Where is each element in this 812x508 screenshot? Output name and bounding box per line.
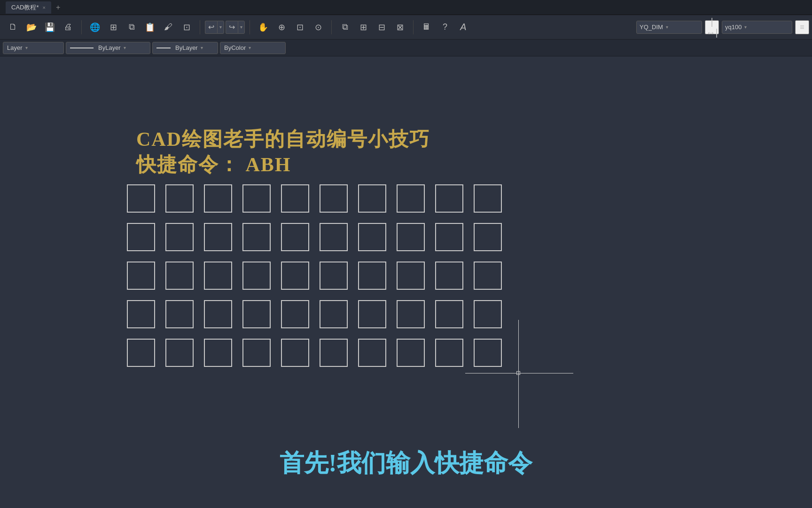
save-button[interactable]: 💾	[41, 19, 58, 36]
ydim-dropdown[interactable]: YQ_DIM ▾	[636, 21, 702, 34]
square-1-6	[320, 184, 348, 213]
paste-button[interactable]: 📋	[141, 19, 158, 36]
undo-main[interactable]: ↩	[205, 21, 217, 34]
square-2-7	[358, 223, 386, 251]
square-3-1	[127, 262, 155, 290]
fields-button[interactable]: ⊞	[105, 19, 122, 36]
color-label: ByColor	[224, 44, 246, 51]
layer-label: Layer	[7, 44, 23, 51]
text-style-button[interactable]: A	[455, 19, 472, 36]
yq100-arrow: ▾	[744, 24, 747, 30]
separator-3	[250, 20, 250, 34]
copy-button[interactable]: ⧉	[123, 19, 140, 36]
square-2-2	[165, 223, 194, 251]
square-5-6	[320, 339, 348, 367]
crosshair-button[interactable]: ⊕	[273, 19, 290, 36]
square-5-5	[281, 339, 309, 367]
layer-mgr-button[interactable]: ⊞	[355, 19, 372, 36]
separator-4	[331, 20, 332, 34]
layer-states-button[interactable]: ⊠	[391, 19, 408, 36]
zoom-window-button[interactable]: ⊡	[291, 19, 308, 36]
calc-button[interactable]: 🖩	[418, 19, 435, 36]
web-group: 🌐 ⊞ ⧉ 📋 🖌 ⊡	[85, 19, 197, 36]
lineweight-line-preview	[156, 48, 171, 48]
bottom-instruction-text: 首先!我们输入快捷命令	[0, 447, 812, 480]
view-tools-group: ✋ ⊕ ⊡ ⊙	[253, 19, 328, 36]
toolbar-right: YQ_DIM ▾ |↔| yq100 ▾ ≡	[636, 20, 809, 34]
web-button[interactable]: 🌐	[86, 19, 103, 36]
crosshair-center-dot	[516, 371, 520, 375]
lineweight-dropdown[interactable]: ByLayer ▾	[152, 42, 218, 54]
separator-5	[413, 20, 414, 34]
square-2-3	[204, 223, 232, 251]
title-bar: CAD教程* × +	[0, 0, 812, 15]
square-1-10	[474, 184, 502, 213]
square-1-8	[397, 184, 425, 213]
zoom-obj-button[interactable]: ⊙	[310, 19, 327, 36]
open-button[interactable]: 📂	[23, 19, 40, 36]
help-button[interactable]: ?	[437, 19, 453, 36]
print-button[interactable]: 🖨	[60, 19, 77, 36]
linetype-line-preview	[70, 48, 94, 48]
active-tab[interactable]: CAD教程* ×	[6, 1, 51, 14]
linetype-dropdown[interactable]: ByLayer ▾	[66, 42, 150, 54]
lineweight-label: ByLayer	[175, 44, 198, 51]
layer-prev-button[interactable]: ⧉	[336, 19, 353, 36]
redo-main[interactable]: ↪	[226, 21, 238, 34]
file-tools-group: 🗋 📂 💾 🖨	[3, 19, 78, 36]
square-4-1	[127, 300, 155, 328]
square-1-4	[242, 184, 271, 213]
redo-split-btn[interactable]: ↪ ▾	[226, 21, 245, 34]
square-2-8	[397, 223, 425, 251]
ydim-value: YQ_DIM	[640, 24, 663, 31]
matchprop-button[interactable]: 🖌	[160, 19, 177, 36]
main-toolbar: 🗋 📂 💾 🖨 🌐 ⊞ ⧉ 📋 🖌 ⊡ ↩ ▾ ↪ ▾ ✋ ⊕ ⊡ ⊙ ⧉ ⊞ …	[0, 15, 812, 40]
misc-group: 🖩 ? A	[416, 19, 474, 36]
last-icon-button[interactable]: ≡	[795, 20, 809, 34]
square-3-7	[358, 262, 386, 290]
tab-close-icon[interactable]: ×	[43, 5, 46, 10]
square-2-4	[242, 223, 271, 251]
square-3-2	[165, 262, 194, 290]
square-1-1	[127, 184, 155, 213]
new-button[interactable]: 🗋	[5, 19, 22, 36]
redo-dropdown-arrow[interactable]: ▾	[238, 21, 245, 34]
square-4-9	[435, 300, 463, 328]
squares-grid	[124, 181, 505, 370]
pasteasblock-button[interactable]: ⊡	[178, 19, 195, 36]
color-arrow: ▾	[249, 45, 251, 50]
new-tab-button[interactable]: +	[53, 3, 63, 12]
layer-tools-button[interactable]: ⊟	[373, 19, 390, 36]
square-5-9	[435, 339, 463, 367]
square-3-6	[320, 262, 348, 290]
square-2-10	[474, 223, 502, 251]
square-5-4	[242, 339, 271, 367]
layer-group: ⧉ ⊞ ⊟ ⊠	[335, 19, 410, 36]
linetype-label: ByLayer	[98, 44, 121, 51]
separator-2	[200, 20, 200, 34]
square-4-4	[242, 300, 271, 328]
square-4-10	[474, 300, 502, 328]
yq100-dropdown[interactable]: yq100 ▾	[722, 21, 792, 34]
square-3-5	[281, 262, 309, 290]
square-2-5	[281, 223, 309, 251]
square-5-2	[165, 339, 194, 367]
square-3-10	[474, 262, 502, 290]
lineweight-arrow: ▾	[201, 45, 203, 50]
yq100-value: yq100	[725, 24, 742, 31]
layer-dropdown[interactable]: Layer ▾	[3, 42, 64, 54]
undo-dropdown-arrow[interactable]: ▾	[217, 21, 224, 34]
pan-button[interactable]: ✋	[255, 19, 272, 36]
color-dropdown[interactable]: ByColor ▾	[220, 42, 286, 54]
dim-icon-button[interactable]: |↔|	[705, 20, 719, 34]
square-4-2	[165, 300, 194, 328]
main-title-line1: CAD绘图老手的自动编号小技巧	[136, 126, 430, 152]
square-5-7	[358, 339, 386, 367]
square-5-8	[397, 339, 425, 367]
canvas-area[interactable]: CAD绘图老手的自动编号小技巧 快捷命令： ABH	[0, 56, 812, 508]
undo-split-btn[interactable]: ↩ ▾	[205, 21, 224, 34]
square-3-9	[435, 262, 463, 290]
square-4-7	[358, 300, 386, 328]
square-2-6	[320, 223, 348, 251]
undo-redo-group: ↩ ▾ ↪ ▾	[203, 21, 247, 34]
